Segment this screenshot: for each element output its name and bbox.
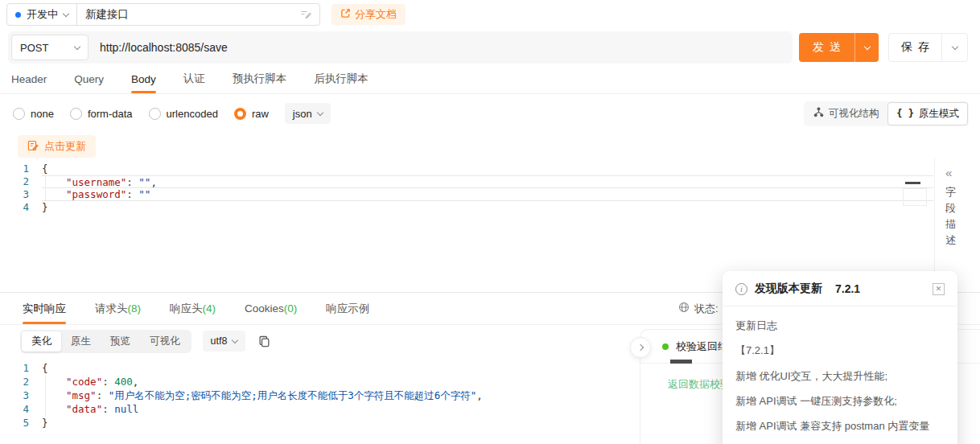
code-token: : (102, 376, 114, 388)
changelog-version: 【7.2.1】 (735, 343, 945, 358)
save-button[interactable]: 保存 (889, 34, 941, 61)
tab-post-script[interactable]: 后执行脚本 (314, 64, 369, 93)
line-number: 1 (0, 162, 42, 175)
changelog-item: 新增 API调试 兼容支持 postman 内置变量 (735, 418, 945, 434)
code-token: : (102, 403, 114, 415)
tab-cookies[interactable]: Cookies(0) (245, 293, 297, 324)
raw-format-select[interactable]: json (285, 103, 331, 124)
status-label: 状态: (694, 302, 719, 316)
api-name-group: 开发中 新建接口 (6, 3, 320, 26)
encoding-select[interactable]: utf8 (203, 331, 246, 352)
request-bar: POST http://localhost:8085/save 发送 保存 (0, 31, 980, 64)
tab-auth[interactable]: 认证 (183, 64, 205, 93)
radio-none[interactable]: none (13, 108, 54, 120)
code-token: "data" (66, 403, 102, 415)
rename-icon[interactable] (300, 8, 311, 22)
radio-raw[interactable]: raw (234, 108, 269, 120)
status-label: 开发中 (27, 7, 58, 22)
radio-label: form-data (88, 108, 133, 120)
line-number: 3 (0, 388, 42, 402)
tab-count: (0) (284, 302, 298, 314)
copy-button[interactable] (258, 335, 270, 347)
visual-structure-label: 可视化结构 (829, 107, 879, 121)
send-dropdown[interactable] (854, 33, 879, 62)
radio-selected-icon (234, 108, 246, 120)
code-line: 5 } (0, 416, 640, 430)
code-token: "msg" (66, 389, 97, 401)
changelog-item: 新增 API调试 一键压测支持参数化; (735, 393, 945, 409)
code-token: , (476, 389, 483, 401)
code-token: "用户名不能为空;密码不能为空;用户名长度不能低于3个字符且不能超过6个字符" (109, 389, 477, 401)
tab-count: (8) (128, 302, 142, 314)
code-token: { (42, 362, 48, 374)
request-tabs: Header Query Body 认证 预执行脚本 后执行脚本 (0, 64, 980, 94)
minimap-viewport[interactable] (903, 188, 927, 206)
click-update-button[interactable]: 点击更新 (18, 135, 96, 158)
collapse-panel-button[interactable] (630, 337, 651, 358)
view-raw[interactable]: 原生 (61, 331, 101, 352)
view-visualize[interactable]: 可视化 (140, 331, 190, 352)
code-line: 3 "msg": "用户名不能为空;密码不能为空;用户名长度不能低于3个字符且不… (0, 388, 640, 402)
radio-icon (70, 108, 82, 120)
popup-body: 更新日志 【7.2.1】 新增 优化UI交互，大大提升性能; 新增 API调试 … (735, 319, 945, 444)
tab-request-headers[interactable]: 请求头(8) (95, 293, 141, 324)
chevron-down-icon (951, 43, 957, 49)
tab-query[interactable]: Query (74, 64, 104, 93)
validation-result-label: 校验返回结 (676, 339, 728, 354)
raw-mode-label: 原生模式 (919, 107, 959, 121)
close-icon[interactable]: ✕ (933, 283, 945, 295)
tab-header[interactable]: Header (11, 64, 47, 93)
code-token: "password" (66, 188, 126, 200)
code-token: : (126, 176, 138, 188)
code-token: , (133, 376, 139, 388)
tab-realtime-response[interactable]: 实时响应 (23, 293, 66, 324)
sidebar-title-char: 段 (945, 200, 980, 216)
code-token: "" (138, 176, 150, 188)
response-body-editor[interactable]: 1 { 2 "code": 400, 3 "msg": "用户名不能为空;密码不… (0, 361, 640, 444)
line-number: 4 (0, 201, 42, 214)
share-doc-button[interactable]: 分享文档 (331, 4, 406, 25)
tab-pre-script[interactable]: 预执行脚本 (233, 64, 287, 93)
chevron-down-icon (316, 109, 323, 115)
view-preview[interactable]: 预览 (101, 331, 140, 352)
app-window: 开发中 新建接口 分享文档 POST http://localhost:8 (0, 0, 980, 444)
radio-form-data[interactable]: form-data (70, 108, 133, 120)
api-status-select[interactable]: 开发中 (7, 4, 77, 25)
view-mode-segmented: 美化 原生 预览 可视化 (20, 330, 191, 353)
visual-structure-button[interactable]: 可视化结构 (805, 102, 888, 125)
code-token: : (126, 188, 138, 200)
tab-response-headers[interactable]: 响应头(4) (170, 293, 216, 324)
code-token: "code" (66, 376, 102, 388)
code-token: "" (138, 188, 150, 200)
body-type-row: none form-data urlencoded raw json 可视化结构… (0, 98, 980, 129)
radio-urlencoded[interactable]: urlencoded (149, 108, 218, 120)
tab-body[interactable]: Body (131, 64, 156, 93)
method-select[interactable]: POST (11, 35, 89, 60)
tab-response-example[interactable]: 响应示例 (326, 293, 369, 324)
url-field[interactable]: POST http://localhost:8085/save (8, 31, 793, 64)
code-line: 4 "data": null (0, 402, 640, 416)
popup-title: 发现版本更新 (755, 282, 822, 296)
code-line: 2 "code": 400, (0, 375, 640, 388)
api-name-input[interactable]: 新建接口 (77, 4, 319, 25)
line-number: 4 (0, 402, 42, 416)
update-notification-popup: i 发现版本更新 7.2.1 ✕ 更新日志 【7.2.1】 新增 优化UI交互，… (723, 271, 957, 444)
expand-panel-icon[interactable]: « (945, 166, 980, 179)
chevron-right-icon (637, 344, 644, 351)
sidebar-title-char: 述 (945, 232, 980, 249)
chevron-down-icon (232, 336, 238, 343)
view-beautify[interactable]: 美化 (22, 331, 61, 352)
send-button[interactable]: 发送 (799, 33, 879, 62)
line-number: 2 (0, 175, 42, 188)
info-icon: i (735, 283, 747, 295)
save-dropdown[interactable] (941, 34, 967, 61)
tab-label: Cookies (245, 302, 284, 314)
code-token: { (42, 162, 48, 175)
sidebar-title-char: 描 (945, 216, 980, 232)
chevron-down-icon (863, 43, 870, 49)
raw-mode-button[interactable]: { } 原生模式 (887, 102, 968, 125)
braces-icon: { } (896, 108, 914, 119)
share-icon (340, 8, 351, 21)
tab-label: 响应示例 (326, 302, 369, 316)
radio-label: none (31, 108, 54, 120)
